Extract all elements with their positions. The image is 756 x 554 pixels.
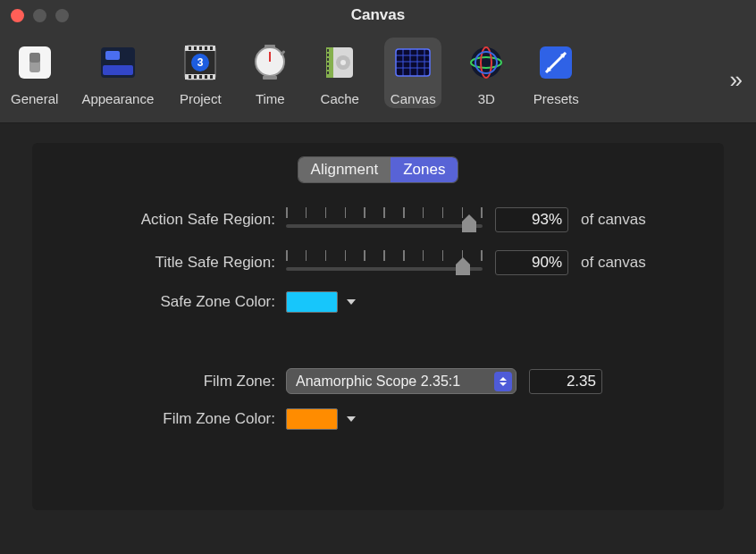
title-safe-region-value: 90%: [532, 254, 562, 272]
film-zone-ratio-value: 2.35: [567, 373, 596, 390]
svg-rect-17: [205, 75, 207, 79]
svg-rect-2: [29, 53, 40, 63]
toolbar-item-cache[interactable]: Cache: [315, 38, 365, 108]
title-safe-region-label: Title Safe Region:: [52, 254, 275, 272]
action-safe-region-label: Action Safe Region:: [52, 211, 275, 229]
toolbar-item-project[interactable]: 3 Project: [175, 38, 225, 108]
svg-rect-18: [210, 75, 213, 79]
cache-icon: [316, 39, 363, 86]
svg-rect-9: [189, 46, 191, 50]
presets-icon: [533, 39, 579, 86]
spacer: [52, 327, 275, 354]
chevron-down-icon[interactable]: [343, 411, 359, 427]
svg-text:3: 3: [197, 56, 204, 69]
svg-rect-31: [327, 63, 329, 65]
chevron-down-icon[interactable]: [343, 294, 359, 310]
svg-rect-29: [327, 54, 329, 56]
action-safe-region-field[interactable]: 93%: [495, 207, 568, 232]
svg-rect-10: [194, 46, 197, 50]
svg-rect-22: [265, 45, 275, 48]
toolbar-item-label: Cache: [321, 91, 359, 106]
toolbar-item-3d[interactable]: 3D: [461, 38, 511, 108]
toolbar-item-presets[interactable]: Presets: [531, 38, 581, 108]
film-zone-selection: Anamorphic Scope 2.35:1: [296, 374, 460, 390]
toolbar-item-canvas[interactable]: Canvas: [384, 38, 441, 108]
svg-rect-15: [194, 75, 197, 79]
svg-rect-14: [189, 75, 191, 79]
toolbar-item-label: Appearance: [81, 91, 154, 106]
preferences-toolbar: General Appearance: [0, 30, 756, 123]
svg-rect-13: [210, 46, 213, 50]
film-zone-color-well[interactable]: [286, 408, 359, 430]
toolbar-item-label: Presets: [533, 91, 579, 106]
title-safe-region-suffix: of canvas: [581, 254, 646, 272]
toolbar-item-label: 3D: [478, 91, 495, 106]
canvas-preferences-pane: Alignment Zones Action Safe Region: 93% …: [32, 143, 724, 510]
safe-zone-color-swatch[interactable]: [286, 291, 338, 313]
popup-arrows-icon: [494, 372, 512, 391]
titlebar: Canvas: [0, 0, 756, 30]
toolbar-item-label: Time: [256, 91, 285, 106]
title-safe-region-field[interactable]: 90%: [495, 250, 568, 275]
spacer: [286, 327, 704, 354]
window-title: Canvas: [0, 6, 756, 24]
toolbar-item-label: General: [11, 91, 58, 106]
safe-zone-color-well[interactable]: [286, 291, 359, 313]
toolbar-item-label: Canvas: [391, 91, 436, 106]
film-zone-ratio-field[interactable]: 2.35: [529, 369, 602, 394]
toolbar-item-appearance[interactable]: Appearance: [80, 38, 155, 108]
action-safe-region-slider[interactable]: [286, 206, 483, 234]
action-safe-region-value: 93%: [532, 211, 562, 229]
svg-rect-12: [205, 46, 207, 50]
content-area: Alignment Zones Action Safe Region: 93% …: [0, 123, 756, 530]
svg-rect-32: [327, 67, 329, 70]
svg-rect-11: [199, 46, 202, 50]
action-safe-region-suffix: of canvas: [581, 211, 646, 229]
canvas-subtab-control: Alignment Zones: [52, 157, 704, 182]
toolbar-overflow-icon[interactable]: »: [730, 66, 747, 94]
tab-alignment[interactable]: Alignment: [298, 157, 391, 182]
safe-zone-color-label: Safe Zone Color:: [52, 293, 275, 311]
title-safe-region-slider[interactable]: [286, 248, 483, 277]
time-icon: [247, 39, 293, 86]
toolbar-item-general[interactable]: General: [9, 38, 60, 108]
canvas-icon: [390, 39, 436, 86]
film-zone-popup[interactable]: Anamorphic Scope 2.35:1: [286, 368, 517, 394]
project-icon: 3: [177, 39, 223, 86]
film-zone-color-label: Film Zone Color:: [52, 410, 275, 428]
tab-zones[interactable]: Zones: [391, 157, 458, 182]
svg-rect-5: [105, 51, 120, 60]
svg-rect-16: [199, 75, 202, 79]
toolbar-item-time[interactable]: Time: [245, 38, 295, 108]
svg-rect-28: [327, 49, 329, 52]
3d-icon: [463, 39, 509, 86]
svg-rect-30: [327, 58, 329, 61]
svg-rect-25: [263, 76, 277, 80]
film-zone-label: Film Zone:: [52, 373, 275, 390]
film-zone-color-swatch[interactable]: [286, 408, 338, 430]
toolbar-item-label: Project: [180, 91, 222, 106]
general-icon: [12, 39, 58, 86]
svg-point-35: [340, 60, 346, 65]
svg-rect-4: [103, 65, 133, 75]
appearance-icon: [95, 39, 141, 86]
svg-rect-33: [327, 71, 329, 74]
